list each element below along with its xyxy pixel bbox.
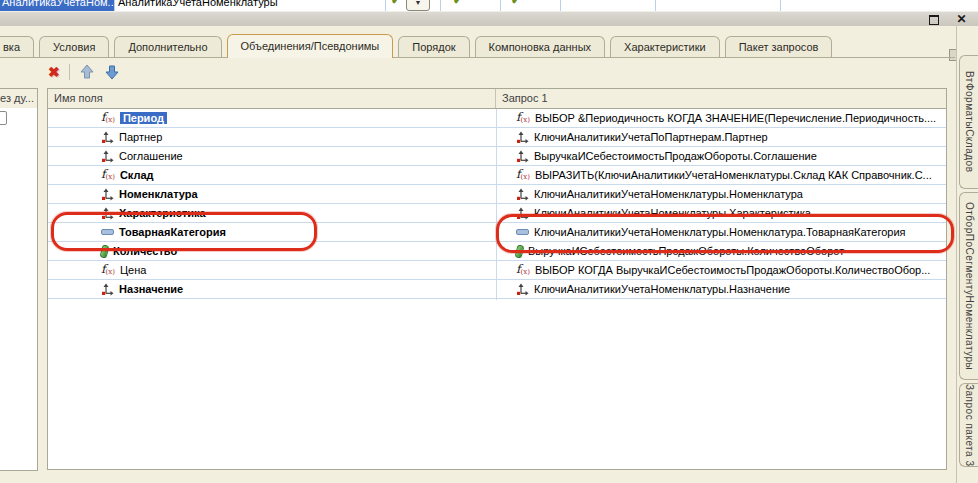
left-panel-body[interactable] [0, 108, 38, 471]
field-name-cell[interactable]: f(x)Склад [48, 166, 495, 184]
fx-icon: f(x) [101, 168, 115, 183]
side-tab-2[interactable]: Запрос пакета 3 [959, 383, 978, 467]
arrow-up-icon [79, 64, 95, 80]
tab-2[interactable]: Дополнительно [114, 36, 221, 57]
query-expression-cell[interactable]: КлючиАналитикиУчетаНоменклатуры.Номенкла… [496, 185, 946, 203]
query-expression: ВыручкаИСебестоимостьПродажОбороты.Согла… [534, 150, 817, 162]
query-expression-cell[interactable]: f(x)ВЫБОР &Периодичность КОГДА ЗНАЧЕНИЕ(… [496, 109, 946, 127]
field-name-cell[interactable]: Номенклатура [48, 185, 495, 203]
table-header: Имя поля Запрос 1 [48, 89, 946, 109]
query-expression: ВЫРАЗИТЬ(КлючиАналитикиУчетаНоменклатуры… [535, 169, 932, 181]
query-designer-window: АналитикаУчетаНом... АналитикаУчетаНомен… [0, 0, 978, 483]
move-up-button[interactable] [79, 64, 95, 80]
table-row-период[interactable]: f(x)Периодf(x)ВЫБОР &Периодичность КОГДА… [48, 109, 946, 128]
annotation-oval-field [51, 212, 317, 251]
fx-icon: f(x) [101, 111, 115, 126]
dimension-icon [101, 131, 114, 144]
field-name: Соглашение [119, 150, 183, 162]
dimension-icon [516, 188, 529, 201]
field-name: Цена [120, 264, 146, 276]
toolbar-separator [69, 64, 70, 80]
side-tab-1[interactable]: ОтборПоСегментуНоменклатуры [959, 192, 978, 380]
query-expression: ВЫБОР &Периодичность КОГДА ЗНАЧЕНИЕ(Пере… [535, 112, 936, 124]
field-name: Склад [120, 169, 154, 181]
side-tab-0[interactable]: ВтФорматыСкладов [959, 55, 978, 189]
fx-icon: f(x) [516, 168, 530, 183]
annotation-oval-query [496, 214, 954, 253]
field-name: Партнер [119, 131, 162, 143]
grid-line [500, 0, 501, 11]
tab-1[interactable]: Условия [39, 36, 109, 57]
tab-strip: вкаУсловияДополнительноОбъединения/Псевд… [0, 33, 955, 58]
table-row-номенклатура[interactable]: НоменклатураКлючиАналитикиУчетаНоменклат… [48, 185, 946, 204]
tab-6[interactable]: Характеристики [610, 36, 720, 57]
table-row-склад[interactable]: f(x)Складf(x)ВЫРАЗИТЬ(КлючиАналитикиУчет… [48, 166, 946, 185]
left-panel-header: ез ду... [0, 88, 38, 110]
query-expression-cell[interactable]: КлючиАналитикиУчетаПоПартнерам.Партнер [496, 128, 946, 146]
field-name-cell[interactable]: Партнер [48, 128, 495, 146]
table-row-цена[interactable]: f(x)Ценаf(x)ВЫБОР КОГДА ВыручкаИСебестои… [48, 261, 946, 280]
dimension-icon [101, 283, 114, 296]
field-name: Период [120, 112, 167, 124]
arrow-down-icon [104, 64, 120, 80]
query-expression: КлючиАналитикиУчетаНоменклатуры.Назначен… [534, 283, 790, 295]
delete-button[interactable]: ✖ [48, 64, 60, 80]
field-name: Назначение [119, 283, 183, 295]
tab-5[interactable]: Компоновка данных [475, 36, 606, 57]
column-header-field-name[interactable]: Имя поля [48, 89, 496, 108]
close-button[interactable]: ✕ [953, 13, 970, 26]
column-header-query1[interactable]: Запрос 1 [496, 89, 946, 108]
tab-3[interactable]: Объединения/Псевдонимы [227, 34, 394, 58]
dimension-icon [101, 150, 114, 163]
check-icon: ✔ [511, 0, 521, 7]
field-name-cell[interactable]: Назначение [48, 280, 495, 298]
query-expression-cell[interactable]: f(x)ВЫБОР КОГДА ВыручкаИСебестоимостьПро… [496, 261, 946, 279]
maximize-icon [929, 15, 939, 25]
move-down-button[interactable] [104, 64, 120, 80]
query-expression-cell[interactable]: f(x)ВЫРАЗИТЬ(КлючиАналитикиУчетаНоменкла… [496, 166, 946, 184]
table-row-назначение[interactable]: НазначениеКлючиАналитикиУчетаНоменклатур… [48, 280, 946, 299]
table-body: f(x)Периодf(x)ВЫБОР &Периодичность КОГДА… [48, 109, 946, 469]
dimension-icon [516, 131, 529, 144]
table-row-соглашение[interactable]: СоглашениеВыручкаИСебестоимостьПродажОбо… [48, 147, 946, 166]
grid-line [440, 0, 441, 11]
grid-line [655, 0, 656, 11]
dimension-icon [516, 150, 529, 163]
dropdown-button[interactable]: ▼ [406, 0, 430, 11]
field-name-cell[interactable]: f(x)Период [48, 109, 495, 127]
fx-icon: f(x) [516, 263, 530, 278]
grid-line [385, 0, 386, 11]
background-window-row: АналитикаУчетаНом... АналитикаУчетаНомен… [0, 0, 978, 11]
tab-0[interactable]: вка [0, 36, 34, 57]
fields-toolbar: ✖ [48, 62, 120, 82]
grid-line [560, 0, 561, 11]
tab-4[interactable]: Порядок [398, 36, 469, 57]
tab-7[interactable]: Пакет запросов [725, 36, 833, 57]
side-tab-rail: ВтФорматыСкладовОтборПоСегментуНоменклат… [956, 26, 978, 483]
query-expression: КлючиАналитикиУчетаПоПартнерам.Партнер [534, 131, 768, 143]
table-row-партнер[interactable]: ПартнерКлючиАналитикиУчетаПоПартнерам.Па… [48, 128, 946, 147]
fx-icon: f(x) [101, 263, 115, 278]
dimension-icon [516, 283, 529, 296]
background-selected-cell[interactable]: АналитикаУчетаНом... [0, 0, 115, 11]
checkbox[interactable] [0, 111, 7, 125]
check-icon: ✔ [453, 0, 463, 7]
field-name-cell[interactable]: Соглашение [48, 147, 495, 165]
field-name: Номенклатура [119, 188, 198, 200]
query-expression-cell[interactable]: КлючиАналитикиУчетаНоменклатуры.Назначен… [496, 280, 946, 298]
title-bar[interactable]: ✕ [0, 11, 978, 27]
query-expression: КлючиАналитикиУчетаНоменклатуры.Номенкла… [534, 188, 803, 200]
background-row-text: АналитикаУчетаНоменклатуры [118, 0, 278, 11]
fx-icon: f(x) [516, 111, 530, 126]
maximize-button[interactable] [925, 13, 942, 26]
fields-table: Имя поля Запрос 1 f(x)Периодf(x)ВЫБОР &П… [47, 88, 947, 470]
grid-line [780, 0, 781, 11]
dimension-icon [101, 188, 114, 201]
query-expression: ВЫБОР КОГДА ВыручкаИСебестоимостьПродажО… [535, 264, 931, 276]
field-name-cell[interactable]: f(x)Цена [48, 261, 495, 279]
check-icon: ✔ [391, 0, 401, 7]
query-expression-cell[interactable]: ВыручкаИСебестоимостьПродажОбороты.Согла… [496, 147, 946, 165]
